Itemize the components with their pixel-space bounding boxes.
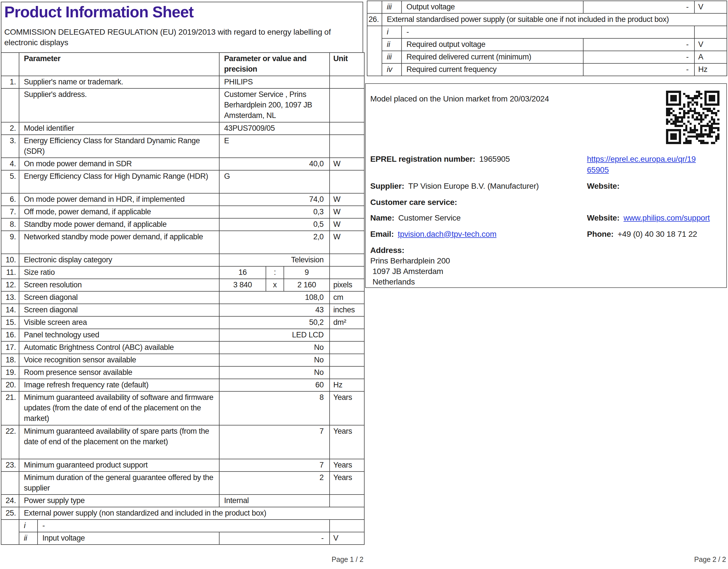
param-value: 2: [219, 471, 330, 494]
header-value: Parameter or value and precision: [219, 53, 330, 76]
param-unit: Hz: [694, 63, 727, 76]
param-label: On mode power demand in SDR: [19, 158, 219, 170]
param-value: 40,0: [219, 158, 330, 170]
param-number: 17.: [1, 341, 19, 354]
param-value: -: [583, 51, 694, 63]
param-number: 11.: [1, 266, 19, 279]
table-row: 14.Screen diagonal43inches: [1, 304, 364, 316]
table-row: 16.Panel technology usedLED LCD: [1, 329, 364, 341]
param-value: 0,5: [219, 218, 330, 231]
param-number: 8.: [1, 218, 19, 231]
param-unit: W: [330, 231, 364, 254]
param-value: No: [219, 354, 330, 366]
param-unit: V: [694, 38, 727, 51]
param-label: Supplier's name or trademark.: [19, 76, 219, 88]
param-unit: V: [694, 1, 727, 13]
param-value: 74,0: [219, 193, 330, 206]
website2-link[interactable]: www.philips.com/support: [624, 214, 710, 222]
param-value: No: [219, 341, 330, 354]
table-row: 19.Room presence sensor availableNo: [1, 366, 364, 379]
table-row: 15.Visible screen area50,2dm²: [1, 316, 364, 329]
parameter-table-page2: iiiOutput voltage-V26.External standardi…: [367, 1, 727, 76]
eprel-link-line2[interactable]: 65905: [587, 165, 696, 175]
param-label: Output voltage: [402, 1, 583, 13]
param-unit: [330, 341, 364, 354]
qr-code-icon: [666, 91, 719, 144]
phone-line: Phone:+49 (0) 40 30 18 71 22: [587, 229, 697, 239]
param-unit: V: [330, 532, 364, 545]
table-row: 26.External standardised power supply (o…: [367, 13, 727, 26]
param-value-sep: :: [266, 266, 284, 279]
table-row: 7.Off mode, power demand, if applicable0…: [1, 206, 364, 218]
param-value: -: [219, 532, 330, 545]
param-label: Required current frequency: [402, 63, 583, 76]
param-unit: [694, 26, 727, 38]
phone-label: Phone:: [587, 230, 614, 239]
param-number: 2.: [1, 122, 19, 135]
param-unit: inches: [330, 304, 364, 316]
table-row: Supplier's address.Customer Service , Pr…: [1, 88, 364, 122]
param-value: -: [583, 38, 694, 51]
param-number: 16.: [1, 329, 19, 341]
param-unit: Hz: [330, 379, 364, 391]
param-value: No: [219, 366, 330, 379]
sub-roman: ii: [382, 38, 402, 51]
email-line: Email:tpvision.dach@tpv-tech.com: [370, 229, 497, 239]
param-label: Energy Efficiency Class for High Dynamic…: [19, 170, 219, 193]
title-box: Product Information Sheet COMMISSION DEL…: [1, 2, 363, 53]
header-unit: Unit: [330, 53, 364, 76]
table-row: 6.On mode power demand in HDR, if implem…: [1, 193, 364, 206]
sub-value: -: [402, 26, 694, 38]
header-parameter: Parameter: [19, 53, 219, 76]
param-unit: Years: [330, 459, 364, 471]
parameter-table-page1: ParameterParameter or value and precisio…: [1, 52, 365, 545]
param-unit: [330, 170, 364, 193]
param-value: 7: [219, 425, 330, 459]
param-value: -: [583, 63, 694, 76]
param-number: [367, 1, 382, 13]
param-value-a: 16: [219, 266, 266, 279]
param-unit: W: [330, 218, 364, 231]
phone-value: +49 (0) 40 30 18 71 22: [618, 230, 697, 239]
param-number: 19.: [1, 366, 19, 379]
param-number: 14.: [1, 304, 19, 316]
table-row: i-: [1, 520, 364, 532]
param-number: 10.: [1, 254, 19, 266]
eprel-link[interactable]: https://eprel.ec.europa.eu/qr/19 65905: [587, 154, 696, 175]
customer-care-label: Customer care service:: [370, 198, 457, 207]
param-value: Internal: [219, 494, 330, 507]
param-value: 43PUS7009/05: [219, 122, 330, 135]
param-unit: [330, 254, 364, 266]
table-row: 22.Minimum guaranteed availability of sp…: [1, 425, 364, 459]
param-value: 108,0: [219, 291, 330, 304]
table-row: 1.Supplier's name or trademark.PHILIPS: [1, 76, 364, 88]
email-link[interactable]: tpvision.dach@tpv-tech.com: [398, 230, 497, 239]
param-value: LED LCD: [219, 329, 330, 341]
param-number: 15.: [1, 316, 19, 329]
eprel-link-line1[interactable]: https://eprel.ec.europa.eu/qr/19: [587, 154, 696, 165]
param-label: Screen diagonal: [19, 304, 219, 316]
param-number: 25.: [1, 507, 19, 520]
param-unit: cm: [330, 291, 364, 304]
sub-roman: ii: [19, 532, 38, 545]
address-street: Prins Berhardplein 200: [370, 256, 450, 266]
param-label: Electronic display category: [19, 254, 219, 266]
name-value: Customer Service: [398, 214, 461, 222]
param-number: 21.: [1, 391, 19, 425]
sub-roman: iii: [382, 51, 402, 63]
table-row: iiiOutput voltage-V: [367, 1, 727, 13]
param-unit: [330, 494, 364, 507]
sub-roman: iv: [382, 63, 402, 76]
param-unit: Years: [330, 425, 364, 459]
param-unit: dm²: [330, 316, 364, 329]
sub-roman: i: [19, 520, 38, 532]
table-row: 11.Size ratio16:9: [1, 266, 364, 279]
param-label: Model identifier: [19, 122, 219, 135]
param-number: 3.: [1, 135, 19, 158]
supplier-line: Supplier:TP Vision Europe B.V. (Manufact…: [370, 181, 539, 191]
website2-line: Website:www.philips.com/support: [587, 213, 710, 223]
param-number: 12.: [1, 279, 19, 291]
name-label: Name:: [370, 214, 394, 222]
param-label: Input voltage: [38, 532, 219, 545]
param-number: [1, 471, 19, 494]
